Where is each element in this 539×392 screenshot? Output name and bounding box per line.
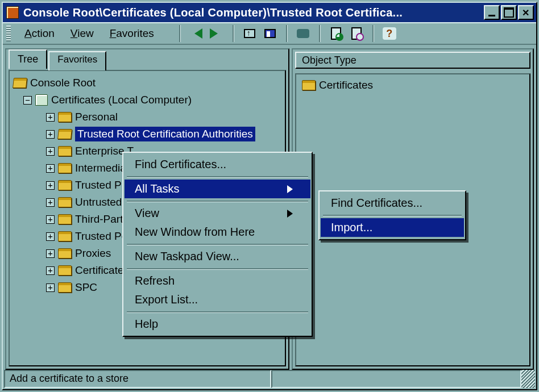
tree-node-personal[interactable]: + Personal	[13, 109, 283, 126]
menu-action[interactable]: Action	[16, 25, 63, 42]
toolbar-grip	[6, 26, 11, 41]
maximize-button[interactable]	[501, 5, 517, 20]
ctx-item-label: View	[135, 207, 159, 220]
folder-icon	[58, 214, 72, 224]
tree-node-trusted-root-ca[interactable]: + Trusted Root Certification Authorities	[13, 126, 283, 143]
expander-plus-icon[interactable]: +	[46, 215, 55, 224]
ctx-find-certificates[interactable]: Find Certificates...	[125, 155, 310, 174]
folder-open-icon	[57, 129, 72, 139]
node-label: Personal	[75, 111, 118, 123]
resize-grip-icon[interactable]	[521, 370, 535, 388]
column-header-object-type[interactable]: Object Type	[295, 52, 530, 69]
context-submenu-all-tasks: Find Certificates... Import...	[318, 190, 466, 240]
ctx-item-label: Import...	[331, 221, 372, 234]
export-list-button[interactable]	[347, 25, 366, 42]
menu-separator	[323, 215, 462, 216]
properties-icon	[297, 29, 309, 38]
menu-view[interactable]: View	[63, 25, 102, 42]
window-title: Console Root\Certificates (Local Compute…	[23, 6, 480, 19]
ctx-item-label: New Taskpad View...	[135, 250, 239, 263]
minimize-button[interactable]	[484, 5, 500, 20]
certificates-snapin-icon	[35, 94, 48, 106]
expander-plus-icon[interactable]: +	[46, 164, 55, 173]
submenu-arrow-icon	[287, 210, 297, 218]
help-icon: ?	[383, 27, 396, 40]
expander-plus-icon[interactable]: +	[46, 181, 55, 190]
ctx-item-label: New Window from Here	[135, 226, 255, 239]
tree-node-console-root[interactable]: Console Root	[13, 74, 283, 91]
status-cell-2	[271, 370, 521, 388]
refresh-icon	[331, 27, 341, 40]
statusbar: Add a certificate to a store	[4, 370, 535, 388]
menu-separator	[127, 268, 308, 269]
folder-icon	[58, 163, 72, 173]
mmc-window: Console Root\Certificates (Local Compute…	[2, 2, 537, 390]
list-item-certificates[interactable]: Certificates	[302, 79, 524, 91]
folder-icon	[58, 231, 72, 241]
show-hide-tree-button[interactable]	[261, 25, 279, 42]
up-button[interactable]	[241, 25, 259, 42]
ctx-item-label: Export List...	[135, 293, 198, 306]
tab-favorites[interactable]: Favorites	[48, 51, 106, 70]
expander-plus-icon[interactable]: +	[46, 113, 55, 122]
back-button[interactable]	[187, 25, 205, 42]
toolbar: ?	[175, 25, 399, 42]
menu-separator	[127, 201, 308, 202]
help-button[interactable]: ?	[380, 25, 399, 42]
ctx-export-list[interactable]: Export List...	[125, 290, 310, 309]
expander-plus-icon[interactable]: +	[46, 283, 55, 292]
menu-favorites[interactable]: Favorites	[102, 25, 162, 42]
expander-plus-icon[interactable]: +	[46, 232, 55, 241]
arrow-right-icon	[210, 28, 223, 39]
ctx-all-tasks[interactable]: All Tasks	[125, 180, 310, 198]
menu-separator	[127, 176, 308, 177]
node-label: SPC	[75, 281, 97, 294]
folder-icon	[302, 80, 316, 90]
ctx-item-label: Find Certificates...	[135, 158, 226, 171]
sub-import[interactable]: Import...	[321, 218, 464, 237]
folder-open-icon	[13, 78, 27, 88]
menu-separator	[127, 311, 308, 312]
menubar: Action View Favorites ?	[3, 22, 536, 45]
expander-minus-icon[interactable]: −	[23, 96, 32, 105]
refresh-button[interactable]	[327, 25, 345, 42]
ctx-item-label: Refresh	[135, 274, 175, 287]
tree-node-certificates-local[interactable]: − Certificates (Local Computer)	[13, 91, 283, 109]
expander-plus-icon[interactable]: +	[46, 198, 55, 207]
folder-icon	[58, 248, 72, 258]
node-label: Certificates (Local Computer)	[51, 94, 192, 106]
folder-icon	[58, 180, 72, 190]
properties-button[interactable]	[294, 25, 312, 42]
tab-tree[interactable]: Tree	[9, 49, 47, 69]
menu-separator	[127, 244, 308, 245]
expander-plus-icon[interactable]: +	[46, 249, 55, 258]
node-label: Trusted Root Certification Authorities	[75, 127, 255, 141]
app-icon	[6, 6, 19, 19]
folder-up-icon	[244, 29, 255, 38]
folder-icon	[58, 146, 72, 156]
node-label: Console Root	[30, 77, 96, 89]
folder-icon	[58, 282, 72, 293]
ctx-item-label: Help	[135, 318, 158, 331]
ctx-refresh[interactable]: Refresh	[125, 272, 310, 290]
expander-plus-icon[interactable]: +	[46, 147, 55, 156]
folder-icon	[58, 265, 72, 276]
folder-icon	[58, 197, 72, 207]
tree-toggle-icon	[264, 29, 276, 38]
folder-icon	[58, 112, 72, 122]
close-button[interactable]: ✕	[518, 5, 534, 20]
context-menu: Find Certificates... All Tasks View New …	[122, 152, 313, 337]
ctx-help[interactable]: Help	[125, 315, 310, 333]
arrow-left-icon	[189, 28, 202, 39]
forward-button[interactable]	[208, 25, 226, 42]
titlebar: Console Root\Certificates (Local Compute…	[3, 3, 536, 22]
expander-plus-icon[interactable]: +	[46, 266, 55, 275]
expander-plus-icon[interactable]: +	[46, 130, 55, 139]
ctx-item-label: Find Certificates...	[331, 197, 422, 210]
sub-find-certificates[interactable]: Find Certificates...	[321, 194, 464, 212]
submenu-arrow-icon	[287, 185, 297, 193]
ctx-item-label: All Tasks	[135, 182, 180, 195]
ctx-new-taskpad[interactable]: New Taskpad View...	[125, 247, 310, 266]
ctx-new-window[interactable]: New Window from Here	[125, 223, 310, 241]
ctx-view[interactable]: View	[125, 204, 310, 223]
